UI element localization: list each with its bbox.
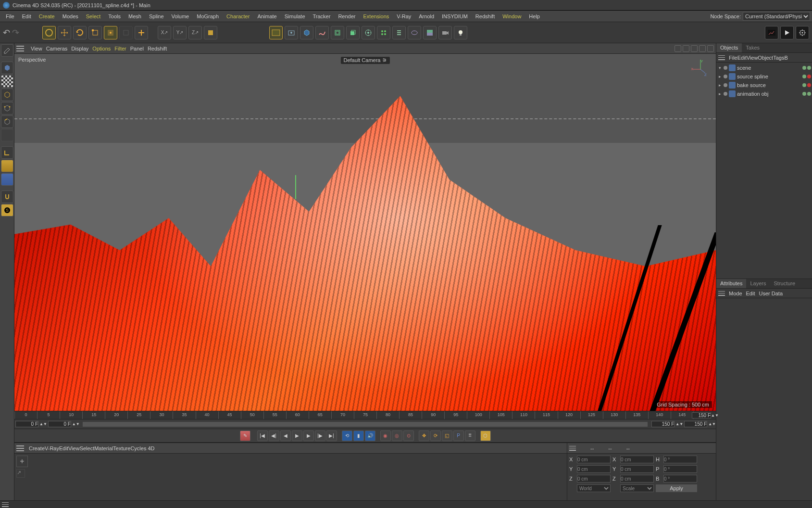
vpmenu-redshift[interactable]: Redshift [146, 45, 169, 52]
menu-file[interactable]: File [2, 12, 18, 21]
state-dot-icon[interactable] [807, 66, 811, 70]
point-mode-icon[interactable] [1, 102, 13, 114]
objmenu-file[interactable]: File [729, 55, 737, 61]
expand-icon[interactable]: ▸ [717, 83, 722, 88]
viewport-camera-label[interactable]: Default Camera ⚞ [340, 57, 389, 64]
state-dot-icon[interactable] [802, 83, 806, 87]
key-record-button[interactable]: ◉ [380, 431, 391, 441]
coord-apply-button[interactable]: Apply [656, 484, 697, 492]
timeline-ruler[interactable]: 0510152025303540455055606570758085909510… [14, 411, 716, 419]
attr-menu-mode[interactable]: Mode [729, 291, 742, 296]
model-mode-icon[interactable] [1, 62, 13, 74]
camera-icon[interactable] [438, 26, 452, 39]
menu-animate[interactable]: Animate [253, 12, 280, 21]
vpmenu-panel[interactable]: Panel [128, 45, 146, 52]
play-button[interactable]: ▶ [292, 431, 302, 441]
loop-button[interactable]: ⟲ [342, 431, 352, 441]
objmenu-tags[interactable]: Tags [773, 55, 784, 61]
subdivision-icon[interactable] [331, 26, 344, 39]
attr-menu-edit[interactable]: Edit [746, 291, 755, 296]
menu-arnold[interactable]: Arnold [415, 12, 438, 21]
sound-button[interactable]: 🔊 [365, 431, 375, 441]
keyframe-sel-button[interactable]: ⊙ [403, 431, 414, 441]
status-hamburger-icon[interactable] [2, 502, 9, 507]
environment-icon[interactable] [423, 26, 437, 39]
coord-scl-y-input[interactable] [620, 465, 654, 473]
menu-spline[interactable]: Spline [145, 12, 168, 21]
pos-key-icon[interactable]: ✥ [419, 431, 429, 441]
redo-button[interactable]: ↷ [12, 27, 19, 38]
undo-button[interactable]: ↶ [3, 27, 10, 38]
matmenu-material[interactable]: Material [94, 445, 113, 451]
record-marker-icon[interactable]: ✎ [240, 431, 250, 441]
expand-icon[interactable]: ▾ [717, 65, 722, 70]
coord-mode1-select[interactable]: World [577, 484, 611, 492]
range-button[interactable]: ▮ [353, 431, 364, 441]
menu-simulate[interactable]: Simulate [281, 12, 309, 21]
vp-filter-5-icon[interactable] [707, 45, 714, 52]
workplane-lock-icon[interactable] [1, 173, 13, 186]
z-axis-toggle[interactable]: Z↗ [188, 26, 202, 39]
move-tool[interactable] [58, 26, 71, 39]
tree-item-scene[interactable]: ▾ scene [717, 64, 811, 72]
state-dot-icon[interactable] [807, 92, 811, 96]
state-dot-icon[interactable] [802, 66, 806, 70]
scene-nodes-icon[interactable]: ⬡ [480, 431, 491, 441]
material-open-icon[interactable]: ↗ [16, 469, 25, 478]
tree-item-bake-source[interactable]: ▸ bake source [717, 81, 811, 89]
objmenu-view[interactable]: View [747, 55, 758, 61]
nodespace-select[interactable]: Current (Standard/Physical) [743, 12, 810, 21]
coord-system-toggle[interactable] [204, 26, 217, 39]
coord-rot-p-input[interactable] [663, 465, 697, 473]
viewport-axis-gizmo[interactable]: Y X Z [690, 58, 711, 77]
coord-pos-z-input[interactable] [577, 475, 611, 483]
matmenu-v-ray[interactable]: V-Ray [45, 445, 59, 451]
attributes-hamburger-icon[interactable] [718, 291, 725, 296]
vpmenu-view[interactable]: View [29, 45, 44, 52]
texture-mode-icon[interactable] [1, 75, 13, 88]
menu-help[interactable]: Help [525, 12, 544, 21]
soft-select-icon[interactable]: S [1, 204, 13, 216]
matmenu-texture[interactable]: Texture [113, 445, 130, 451]
axis-icon[interactable] [1, 146, 13, 159]
field-icon[interactable] [392, 26, 406, 39]
go-end-button[interactable]: ▶| [326, 431, 337, 441]
timeline-range-slider[interactable] [83, 422, 648, 427]
visibility-dot-icon[interactable] [724, 92, 727, 96]
expand-icon[interactable]: ▸ [717, 91, 722, 96]
coord-hamburger-icon[interactable] [569, 446, 576, 451]
prev-frame-button[interactable]: ◀ [280, 431, 291, 441]
next-frame-button[interactable]: ▶ [303, 431, 314, 441]
rot-key-icon[interactable]: ⟳ [430, 431, 441, 441]
matmenu-edit[interactable]: Edit [59, 445, 68, 451]
menu-tools[interactable]: Tools [104, 12, 125, 21]
cube-icon[interactable] [300, 26, 313, 39]
light-icon[interactable] [454, 26, 467, 39]
object-tree[interactable]: ▾ scene ▸ source spline ▸ bake source ▸ … [716, 63, 812, 279]
snap-icon[interactable] [1, 190, 13, 203]
menu-mograph[interactable]: MoGraph [193, 12, 223, 21]
vp-filter-4-icon[interactable] [699, 45, 706, 52]
viewport[interactable]: Perspective Default Camera ⚞ Grid Spacin… [14, 54, 716, 411]
coord-scl-x-input[interactable] [620, 456, 654, 463]
live-select-tool[interactable] [42, 26, 56, 39]
menu-render[interactable]: Render [334, 12, 359, 21]
vpmenu-filter[interactable]: Filter [112, 45, 128, 52]
menu-extensions[interactable]: Extensions [359, 12, 393, 21]
coord-scl-z-input[interactable] [620, 475, 654, 483]
mograph-icon[interactable] [362, 26, 375, 39]
menu-volume[interactable]: Volume [168, 12, 193, 21]
coord-mode2-select[interactable]: Scale [620, 484, 654, 492]
deformer-icon[interactable] [408, 26, 421, 39]
timeline-end-input[interactable] [651, 421, 675, 427]
matmenu-view[interactable]: View [68, 445, 80, 451]
render-region-button[interactable] [765, 26, 778, 39]
play-render-button[interactable] [780, 26, 794, 39]
objmenu-edit[interactable]: Edit [737, 55, 747, 61]
workplane-icon[interactable] [1, 160, 13, 172]
tree-item-animation-obj[interactable]: ▸ animation obj [717, 89, 811, 98]
tab-objects[interactable]: Objects [716, 43, 742, 52]
visibility-dot-icon[interactable] [724, 83, 727, 87]
menu-v-ray[interactable]: V-Ray [393, 12, 415, 21]
state-dot-icon[interactable] [807, 83, 811, 87]
